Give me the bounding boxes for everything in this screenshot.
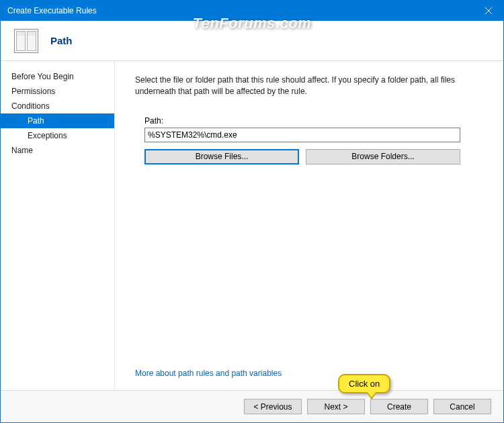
- annotation-callout: Click on: [338, 374, 390, 393]
- cancel-button[interactable]: Cancel: [433, 399, 491, 414]
- nav-exceptions[interactable]: Exceptions: [1, 128, 114, 143]
- nav-name[interactable]: Name: [1, 143, 114, 158]
- wizard-footer: < Previous Next > Create Cancel: [1, 390, 503, 422]
- nav-permissions[interactable]: Permissions: [1, 84, 114, 99]
- window-title: Create Executable Rules: [7, 6, 97, 15]
- nav-conditions[interactable]: Conditions: [1, 99, 114, 113]
- browse-folders-button[interactable]: Browse Folders...: [306, 149, 460, 164]
- path-input[interactable]: [144, 128, 460, 142]
- create-button[interactable]: Create: [370, 399, 428, 414]
- wizard-window: Create Executable Rules Path Before You …: [0, 0, 504, 423]
- nav-before-you-begin[interactable]: Before You Begin: [1, 69, 114, 84]
- description-text: Select the file or folder path that this…: [135, 75, 483, 97]
- previous-button[interactable]: < Previous: [244, 399, 302, 414]
- wizard-nav: Before You Begin Permissions Conditions …: [1, 61, 115, 390]
- wizard-header: Path: [1, 21, 503, 61]
- close-icon: [485, 7, 492, 14]
- more-info-link[interactable]: More about path rules and path variables: [135, 369, 483, 378]
- rules-icon: [14, 29, 38, 53]
- title-bar: Create Executable Rules: [1, 1, 503, 21]
- wizard-content: Select the file or folder path that this…: [115, 61, 503, 390]
- path-label: Path:: [144, 116, 483, 126]
- close-button[interactable]: [473, 1, 503, 21]
- browse-files-button[interactable]: Browse Files...: [144, 149, 299, 164]
- page-title: Path: [50, 35, 73, 46]
- next-button[interactable]: Next >: [307, 399, 365, 414]
- nav-path[interactable]: Path: [1, 113, 114, 128]
